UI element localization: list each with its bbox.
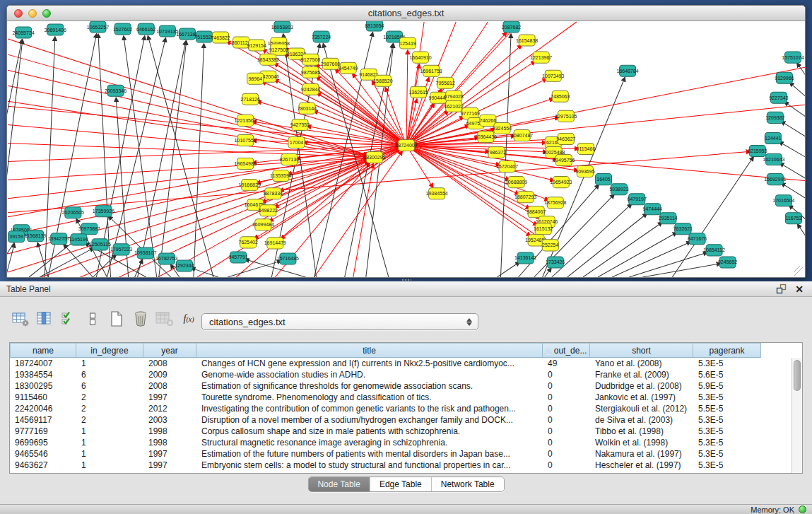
graph-node[interactable]: 19654923 xyxy=(550,177,572,188)
graph-node[interactable]: 6466162 xyxy=(136,23,155,35)
graph-node[interactable]: 5498222 xyxy=(259,205,278,216)
graph-node[interactable]: 12505115 xyxy=(89,239,111,250)
table-vertical-scrollbar[interactable] xyxy=(792,358,802,473)
graph-node[interactable]: 10688809 xyxy=(505,177,527,188)
table-row[interactable]: 1938455462009Genome-wide association stu… xyxy=(10,369,802,380)
table-row[interactable]: 946554611997Estimation of the future num… xyxy=(10,448,802,460)
delete-table-icon[interactable] xyxy=(130,310,151,328)
graph-node[interactable]: 16099484 xyxy=(252,219,274,230)
graph-node[interactable]: 12975105 xyxy=(555,110,577,122)
graph-node[interactable]: 7485063 xyxy=(551,90,570,102)
graph-node[interactable]: 13942757 xyxy=(48,233,70,245)
graph-node[interactable]: 12213967 xyxy=(530,52,552,63)
scrollbar-thumb[interactable] xyxy=(794,360,801,391)
graph-node[interactable]: 19166829 xyxy=(239,180,261,191)
graph-node[interactable]: 18300295 xyxy=(363,152,385,163)
graph-node[interactable]: 1733426 xyxy=(546,257,565,268)
column-header-short[interactable]: short xyxy=(590,343,693,358)
graph-node[interactable]: 9474444 xyxy=(643,204,662,215)
graph-node[interactable]: 18807293 xyxy=(514,192,536,203)
graph-node[interactable]: 5938923 xyxy=(609,184,628,195)
graph-node[interactable]: 116753 xyxy=(785,213,801,224)
graph-node[interactable]: 11568139 xyxy=(25,230,47,242)
graph-node[interactable]: 8813054 xyxy=(365,21,384,31)
graph-node[interactable]: 9127508 xyxy=(301,54,320,65)
float-panel-icon[interactable] xyxy=(776,284,787,294)
graph-node[interactable]: 7625402 xyxy=(239,237,258,248)
graph-node[interactable]: 19495756 xyxy=(553,155,575,166)
table-row[interactable]: 1830029562008Estimation of significance … xyxy=(10,380,802,392)
graph-node[interactable]: 10653257 xyxy=(87,21,109,33)
table-row[interactable]: 2242004622012Investigating the contribut… xyxy=(10,403,802,414)
graph-node[interactable]: 17004 xyxy=(288,136,305,148)
graph-node[interactable]: 16914479 xyxy=(264,238,286,249)
graph-node[interactable]: 1362615 xyxy=(408,86,428,98)
graph-node[interactable]: 17016504 xyxy=(772,195,794,206)
table-row[interactable]: 1456911722003Disruption of a novel membe… xyxy=(10,414,802,426)
graph-node[interactable]: 7357224 xyxy=(312,31,331,42)
graph-node[interactable]: 8215953 xyxy=(748,145,767,156)
column-header-year[interactable]: year xyxy=(143,343,196,358)
graph-node[interactable]: 10107553 xyxy=(235,134,257,146)
column-header-pagerank[interactable]: pagerank xyxy=(693,343,761,358)
graph-node[interactable]: 16640910 xyxy=(409,52,431,63)
graph-node[interactable]: 16405 xyxy=(595,174,611,185)
graph-node[interactable]: 11353594 xyxy=(270,170,292,182)
graph-node[interactable]: 17359926 xyxy=(93,206,114,217)
graph-node[interactable]: 10719135 xyxy=(156,25,178,37)
graph-node[interactable]: 1615132 xyxy=(534,223,553,235)
graph-node[interactable]: 125419 xyxy=(399,37,416,49)
graph-node[interactable]: 8471676 xyxy=(688,233,707,245)
function-builder-icon[interactable]: f(x) xyxy=(178,310,199,328)
graph-node[interactable]: 2087682 xyxy=(502,21,521,33)
graph-node[interactable]: 15751074 xyxy=(782,52,804,63)
graph-node[interactable]: 16053803 xyxy=(271,21,293,33)
graph-node[interactable]: 9227343 xyxy=(769,92,788,103)
graph-node[interactable]: 2987608 xyxy=(321,58,340,69)
graph-node[interactable]: 1588520 xyxy=(373,75,392,86)
row-height-icon[interactable] xyxy=(82,310,103,328)
graph-node[interactable]: 8454749 xyxy=(339,62,358,74)
graph-node[interactable]: 18543382 xyxy=(257,54,279,65)
show-columns-icon[interactable] xyxy=(34,310,55,328)
table-selector-dropdown[interactable]: citations_edges.txt xyxy=(201,313,478,330)
column-header-title[interactable]: title xyxy=(196,343,543,358)
create-table-icon[interactable] xyxy=(106,310,127,328)
column-header-in_degree[interactable]: in_degree xyxy=(76,343,143,358)
graph-node[interactable]: 7632621 xyxy=(673,223,693,235)
graph-node[interactable]: 7463822 xyxy=(211,32,230,43)
column-header-name[interactable]: name xyxy=(10,343,76,358)
graph-node[interactable]: 10854112 xyxy=(703,245,725,256)
graph-node[interactable]: 9093695 xyxy=(575,166,594,177)
graph-node[interactable]: 30691406 xyxy=(45,24,66,35)
graph-node[interactable]: 9324554 xyxy=(493,122,512,134)
graph-node[interactable]: 10973493 xyxy=(542,70,564,81)
graph-node[interactable]: 30975887 xyxy=(78,223,100,235)
graph-node[interactable]: 15720407 xyxy=(496,161,518,173)
table-row[interactable]: 977716911998Corpus callosum shape and si… xyxy=(10,426,802,437)
graph-node[interactable]: 9245652 xyxy=(718,257,737,268)
close-panel-icon[interactable]: ✕ xyxy=(795,284,804,294)
graph-node[interactable]: 24055724 xyxy=(12,27,34,38)
graph-node[interactable]: 8267130 xyxy=(280,154,299,165)
graph-node[interactable]: 252254 xyxy=(542,240,559,251)
graph-node[interactable]: 9463627 xyxy=(556,133,575,144)
graph-node[interactable]: 14136141 xyxy=(514,252,536,264)
graph-node[interactable]: 8878334 xyxy=(264,188,283,199)
import-table-disabled-icon[interactable] xyxy=(154,310,175,328)
graph-node[interactable]: 19654985 xyxy=(235,158,257,170)
graph-node[interactable]: 2718126 xyxy=(241,93,260,105)
graph-node[interactable]: 16154838 xyxy=(516,35,538,46)
graph-node[interactable]: 1145194 xyxy=(69,234,88,245)
graph-node[interactable]: 98964 xyxy=(247,73,264,84)
graph-node[interactable]: 1209382 xyxy=(765,112,784,123)
graph-node[interactable]: 2935114 xyxy=(659,213,678,224)
tab-edge-table[interactable]: Edge Table xyxy=(370,477,432,491)
column-header-out_de[interactable]: △out_de... xyxy=(543,343,590,358)
graph-node[interactable]: 6479197 xyxy=(627,194,646,205)
graph-node[interactable]: 9457791 xyxy=(228,252,247,263)
graph-node[interactable]: 20053346 xyxy=(105,85,126,96)
graph-node[interactable]: 20364436 xyxy=(475,131,497,142)
graph-node[interactable]: 9242844 xyxy=(301,83,320,95)
graph-node[interactable]: 39159 xyxy=(8,231,25,243)
